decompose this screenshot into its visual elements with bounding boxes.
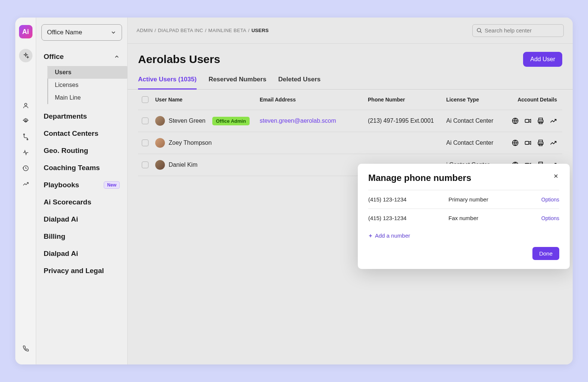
nav-item-billing[interactable]: Billing (36, 228, 127, 245)
nav-item-scorecards[interactable]: Ai Scorecards (36, 194, 127, 211)
search-input[interactable] (485, 27, 560, 34)
icon-rail: Ai (15, 18, 36, 364)
globe-icon[interactable] (512, 117, 519, 125)
header-license[interactable]: License Type (446, 97, 510, 103)
svg-rect-11 (525, 141, 529, 144)
header-phone[interactable]: Phone Number (368, 97, 446, 103)
user-license: Ai Contact Center (446, 140, 510, 146)
trend-icon[interactable] (550, 139, 557, 147)
tab-deleted-users[interactable]: Deleted Users (278, 76, 320, 90)
crumb-admin[interactable]: ADMIN (137, 28, 153, 33)
rail-phone-button[interactable] (19, 341, 32, 355)
trend-icon[interactable] (550, 117, 557, 125)
add-number-label: Add a number (375, 232, 410, 239)
print-icon[interactable] (537, 117, 544, 125)
breadcrumb: ADMIN / DIALPAD BETA INC / MAINLINE BETA… (137, 28, 269, 33)
search-box[interactable] (472, 24, 564, 37)
close-icon (553, 173, 559, 179)
nav-group-office[interactable]: Office (36, 47, 127, 66)
user-license: Ai Contact Center (446, 118, 510, 124)
page-title: Aerolabs Users (138, 53, 220, 66)
number-options-link[interactable]: Options (541, 197, 559, 203)
avatar (155, 116, 165, 126)
nav-item-contact-centers[interactable]: Contact Centers (36, 125, 127, 142)
nav-item-departments[interactable]: Departments (36, 108, 127, 125)
tabs: Active Users (1035) Reserved Numbers Del… (128, 67, 573, 90)
pulse-icon (22, 149, 29, 156)
chevron-down-icon (110, 29, 116, 35)
rail-people-button[interactable] (19, 99, 32, 112)
tab-reserved-numbers[interactable]: Reserved Numbers (209, 76, 266, 90)
rail-trends-button[interactable] (19, 177, 32, 191)
svg-rect-6 (525, 119, 529, 122)
number-row: (415) 123-1234 Fax number Options (368, 209, 559, 227)
users-table: User Name Email Address Phone Number Lic… (128, 90, 573, 176)
table-row: Zoey Thompson Ai Contact Center (138, 132, 562, 154)
header-username[interactable]: User Name (155, 97, 260, 103)
header-email[interactable]: Email Address (260, 97, 368, 103)
user-phone: (213) 497-1995 Ext.0001 (368, 118, 446, 124)
video-icon[interactable] (524, 139, 532, 147)
user-email[interactable]: steven.green@aerolab.scom (260, 118, 368, 124)
nav-item-coaching-teams[interactable]: Coaching Teams (36, 159, 127, 176)
office-selector-label: Office Name (47, 29, 82, 36)
number-row: (415) 123-1234 Primary number Options (368, 190, 559, 209)
row-checkbox[interactable] (142, 162, 148, 168)
video-icon[interactable] (524, 117, 532, 125)
page-header: Aerolabs Users Add User (128, 44, 573, 67)
nav-item-geo-routing[interactable]: Geo. Routing (36, 142, 127, 159)
phone-icon (22, 345, 29, 351)
nav-sub-licenses[interactable]: Licenses (48, 79, 127, 91)
number-value: (415) 123-1234 (368, 196, 448, 203)
app-logo[interactable]: Ai (19, 25, 32, 38)
trend-icon (22, 181, 29, 187)
tab-active-users[interactable]: Active Users (1035) (138, 76, 197, 90)
rail-settings-button[interactable] (19, 115, 32, 128)
logo-text: Ai (22, 28, 29, 36)
row-checkbox[interactable] (142, 118, 148, 124)
app-window: Ai Office Name (15, 18, 573, 364)
history-icon (22, 165, 29, 172)
rail-history-button[interactable] (19, 162, 32, 175)
modal-close-button[interactable] (553, 173, 559, 179)
new-badge: New (104, 181, 120, 189)
topbar: ADMIN / DIALPAD BETA INC / MAINLINE BETA… (128, 18, 573, 44)
done-button[interactable]: Done (532, 247, 559, 260)
globe-icon[interactable] (512, 139, 519, 147)
nav-group-label: Office (44, 53, 64, 61)
user-name: Daniel Kim (169, 162, 197, 168)
nav-item-playbooks[interactable]: Playbooks New (36, 176, 127, 194)
office-selector[interactable]: Office Name (41, 24, 122, 41)
sparkle-icon (22, 52, 29, 59)
avatar (155, 138, 165, 148)
select-all-checkbox[interactable] (142, 96, 148, 103)
rail-activity-button[interactable] (19, 146, 32, 159)
row-checkbox[interactable] (142, 140, 148, 146)
add-user-button[interactable]: Add User (523, 52, 562, 67)
plus-icon (368, 234, 373, 238)
nav-sub-users[interactable]: Users (47, 66, 127, 79)
add-number-button[interactable]: Add a number (368, 227, 559, 240)
search-icon (476, 28, 482, 34)
nav-item-privacy-legal[interactable]: Privacy and Legal (36, 262, 127, 279)
user-name: Steven Green (169, 118, 206, 124)
main-area: ADMIN / DIALPAD BETA INC / MAINLINE BETA… (128, 18, 573, 364)
nav-sub-mainline[interactable]: Main Line (48, 91, 127, 104)
crumb-company[interactable]: DIALPAD BETA INC (158, 28, 203, 33)
svg-point-0 (25, 103, 27, 106)
crumb-mainline[interactable]: MAINLINE BETA (208, 28, 246, 33)
svg-point-4 (477, 28, 481, 32)
rail-routing-button[interactable] (19, 130, 32, 144)
row-actions (510, 139, 559, 147)
modal-title: Manage phone numbers (368, 173, 471, 183)
header-details: Account Details (510, 97, 559, 103)
row-actions (510, 117, 559, 125)
number-type: Fax number (448, 215, 541, 221)
number-options-link[interactable]: Options (541, 215, 559, 221)
person-icon (22, 102, 29, 109)
nav-item-dialpad-ai-2[interactable]: Dialpad Ai (36, 245, 127, 262)
print-icon[interactable] (537, 139, 544, 147)
nav-item-dialpad-ai[interactable]: Dialpad Ai (36, 211, 127, 228)
sparkle-button[interactable] (19, 49, 32, 62)
sidebar: Office Name Office Users Licenses Main L… (36, 18, 128, 364)
